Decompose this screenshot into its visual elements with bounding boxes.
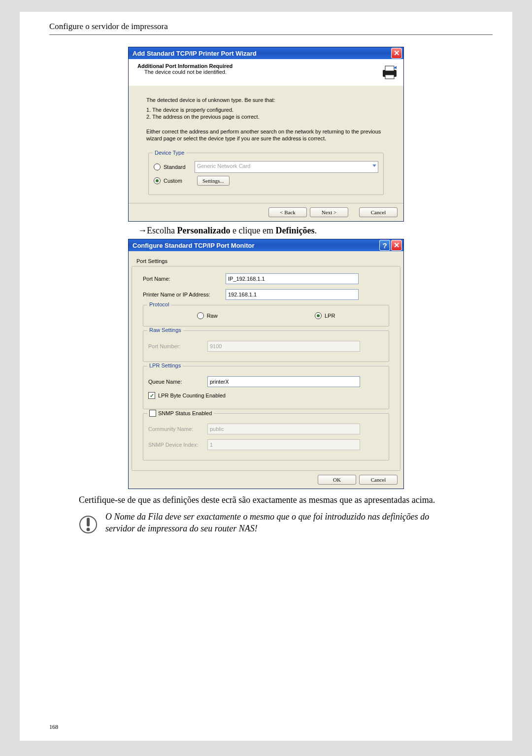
radio-lpr-label: LPR — [325, 313, 335, 319]
port-name-label: Port Name: — [143, 276, 226, 282]
port-number-label: Port Number: — [148, 343, 207, 349]
instruction-line: →Escolha Personalizado e clique em Defin… — [138, 226, 493, 236]
port-name-input[interactable] — [226, 273, 359, 284]
wizard1-header: Additional Port Information Required The… — [129, 59, 403, 86]
page-header: Configure o servidor de impressora — [49, 22, 493, 35]
instr-pre: Escolha — [147, 226, 177, 235]
wizard1-head-title: Additional Port Information Required — [137, 63, 233, 69]
radio-custom[interactable] — [154, 177, 161, 184]
snmp-legend-text: SNMP Status Enabled — [158, 410, 212, 416]
lpr-settings-legend: LPR Settings — [147, 362, 183, 368]
protocol-group: Protocol Raw LPR — [143, 305, 389, 327]
radio-lpr[interactable] — [315, 312, 322, 319]
instr-mid: e clique em — [230, 226, 275, 235]
device-type-select[interactable]: Generic Network Card — [195, 161, 378, 173]
instr-bold2: Definições — [275, 226, 314, 235]
back-button[interactable]: < Back — [268, 207, 307, 217]
arrow-icon: → — [138, 226, 147, 235]
wizard1-para2: Either correct the address and perform a… — [146, 128, 386, 142]
wizard1-footer: < Back Next > Cancel — [129, 203, 403, 221]
radio-raw[interactable] — [197, 312, 204, 319]
next-button[interactable]: Next > — [310, 207, 348, 217]
protocol-legend: Protocol — [147, 301, 171, 307]
lpr-byte-check[interactable] — [148, 392, 155, 399]
lpr-byte-label: LPR Byte Counting Enabled — [158, 393, 226, 398]
svg-rect-4 — [87, 518, 90, 526]
figure-wizard-2: Configure Standard TCP/IP Port Monitor ?… — [128, 239, 493, 489]
document-page: Configure o servidor de impressora Add S… — [20, 12, 512, 741]
raw-settings-group: Raw Settings Port Number: — [143, 330, 389, 362]
snmp-enabled-check[interactable] — [149, 410, 156, 417]
wizard2-dialog: Configure Standard TCP/IP Port Monitor ?… — [128, 239, 404, 489]
body-paragraph: Certifique-se de que as definições deste… — [79, 494, 473, 506]
device-type-group: Device Type Standard Generic Network Car… — [148, 153, 384, 195]
radio-raw-label: Raw — [207, 313, 218, 319]
wizard1-titlebar: Add Standard TCP/IP Printer Port Wizard … — [129, 47, 403, 59]
radio-standard[interactable] — [154, 164, 161, 170]
wizard2-titlebar: Configure Standard TCP/IP Port Monitor ?… — [129, 239, 403, 251]
wizard2-title: Configure Standard TCP/IP Port Monitor — [133, 242, 254, 249]
community-label: Community Name: — [148, 426, 207, 432]
tab-port-settings[interactable]: Port Settings — [136, 258, 400, 264]
cancel-button[interactable]: Cancel — [359, 475, 398, 485]
wizard1-para1: The detected device is of unknown type. … — [146, 97, 386, 103]
snmp-index-input — [207, 439, 360, 450]
svg-rect-1 — [385, 66, 394, 71]
wizard1-item1: 1. The device is properly configured. — [146, 106, 386, 113]
radio-standard-label: Standard — [164, 164, 186, 170]
printer-address-input[interactable] — [226, 289, 359, 300]
wizard1-title: Add Standard TCP/IP Printer Port Wizard — [133, 50, 257, 57]
radio-custom-label: Custom — [164, 177, 182, 184]
port-number-input — [207, 341, 360, 352]
help-icon[interactable]: ? — [379, 240, 390, 251]
lpr-settings-group: LPR Settings Queue Name: LPR Byte Counti… — [143, 366, 389, 409]
wizard1-body: The detected device is of unknown type. … — [129, 86, 403, 203]
wizard1-dialog: Add Standard TCP/IP Printer Port Wizard … — [128, 47, 404, 222]
svg-rect-2 — [385, 75, 394, 79]
cancel-button[interactable]: Cancel — [359, 207, 398, 217]
snmp-legend: SNMP Status Enabled — [147, 410, 214, 417]
snmp-group: SNMP Status Enabled Community Name: SNMP… — [143, 413, 389, 460]
page-number: 168 — [49, 723, 58, 731]
note-text: O Nome da Fila deve ser exactamente o me… — [105, 511, 450, 534]
instr-end: . — [314, 226, 317, 235]
device-type-legend: Device Type — [153, 149, 186, 156]
close-icon[interactable]: ✕ — [391, 48, 402, 59]
wizard2-footer: OK Cancel — [129, 471, 403, 489]
svg-point-5 — [87, 528, 90, 531]
wizard1-item2: 2. The address on the previous page is c… — [146, 113, 386, 120]
wizard1-head-sub: The device could not be identified. — [144, 69, 233, 75]
note-row: O Nome da Fila deve ser exactamente o me… — [79, 511, 493, 536]
figure-wizard-1: Add Standard TCP/IP Printer Port Wizard … — [128, 47, 493, 222]
instr-bold1: Personalizado — [177, 226, 230, 235]
ok-button[interactable]: OK — [318, 475, 356, 485]
queue-name-label: Queue Name: — [148, 379, 207, 385]
community-input — [207, 424, 360, 434]
note-icon — [79, 513, 98, 536]
printer-address-label: Printer Name or IP Address: — [143, 292, 226, 297]
settings-button[interactable]: Settings... — [197, 176, 230, 186]
printer-icon — [381, 63, 399, 81]
snmp-index-label: SNMP Device Index: — [148, 442, 207, 448]
close-icon[interactable]: ✕ — [391, 240, 402, 251]
raw-settings-legend: Raw Settings — [147, 327, 183, 333]
queue-name-input[interactable] — [207, 376, 360, 387]
